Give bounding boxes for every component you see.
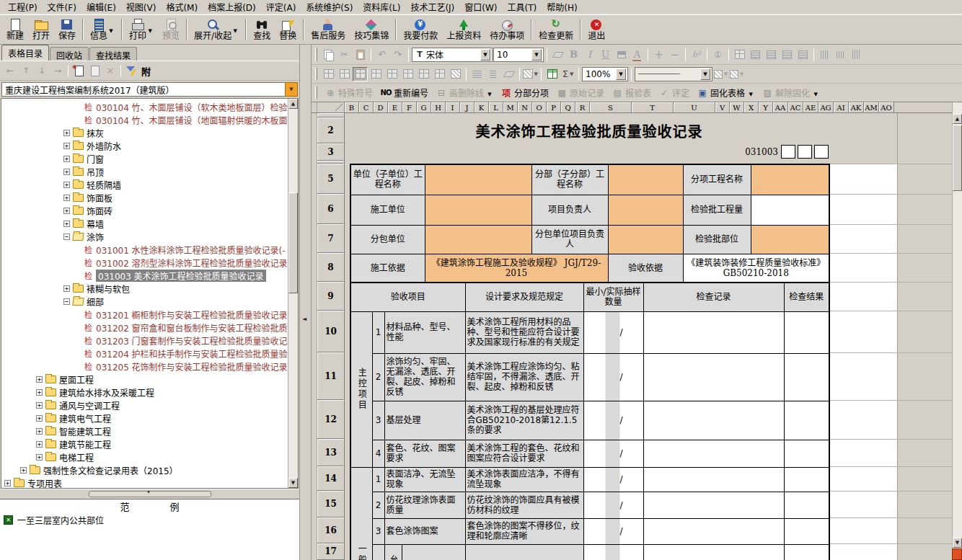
border-color-dropdown-icon[interactable] <box>713 67 728 81</box>
expand-icon[interactable]: + <box>36 454 43 461</box>
column-header[interactable]: V <box>715 102 730 112</box>
nav-right-icon[interactable] <box>52 65 63 76</box>
row-header[interactable]: 11 <box>317 352 345 400</box>
tree-item-folder[interactable]: +通风与空调工程 <box>1 399 298 412</box>
expand-icon[interactable]: + <box>63 143 70 149</box>
form-value-cell[interactable] <box>751 225 829 254</box>
sample-quantity-cell[interactable]: / <box>583 518 643 544</box>
menu-item[interactable]: 编辑(E) <box>81 0 121 14</box>
delete-form-icon[interactable] <box>105 65 116 76</box>
open-button[interactable]: 打开 <box>28 16 54 43</box>
expand-icon[interactable]: + <box>4 480 11 486</box>
tree-item-folder[interactable]: +强制性条文检查记录用表（2015） <box>1 463 298 476</box>
scroll-down-icon[interactable]: ▼ <box>953 538 962 548</box>
bold-icon[interactable] <box>566 48 581 62</box>
column-header[interactable]: K <box>475 102 489 112</box>
column-header[interactable]: C <box>359 102 374 112</box>
sample-quantity-cell[interactable]: / <box>583 467 643 492</box>
form-value-cell[interactable] <box>751 164 829 195</box>
expand-icon[interactable]: + <box>36 428 43 435</box>
font-size-dropdown-icon[interactable] <box>531 49 542 61</box>
find-button[interactable]: 查找 <box>249 16 275 43</box>
dropdown-arrow-icon[interactable] <box>812 88 819 98</box>
print-button[interactable]: 打印 <box>125 16 158 43</box>
expand-icon[interactable]: + <box>36 389 43 396</box>
column-header[interactable]: I <box>446 102 460 112</box>
form-value-cell[interactable] <box>425 195 531 225</box>
row-header[interactable]: 14 <box>317 466 345 491</box>
column-header[interactable]: G <box>417 102 431 112</box>
menu-item[interactable]: 帮助(H) <box>542 0 582 14</box>
underline-icon[interactable] <box>598 48 613 62</box>
form-value-cell[interactable] <box>425 225 531 254</box>
check-result-cell[interactable] <box>784 518 829 544</box>
expand-icon[interactable]: + <box>63 221 70 227</box>
align-right-icon[interactable] <box>780 48 795 62</box>
catalog-combo-value[interactable]: 重庆建设工程档案编制系统2017（建筑版） <box>1 82 285 97</box>
重新编号-button[interactable]: 重新编号 <box>377 85 431 100</box>
table-properties-icon[interactable] <box>732 48 747 62</box>
column-header[interactable]: AM <box>864 102 879 112</box>
split-row-icon[interactable] <box>384 67 400 81</box>
expand-icon[interactable]: + <box>63 195 70 201</box>
copy-icon[interactable] <box>321 48 336 62</box>
tree-item-folder[interactable]: +饰面砖 <box>1 204 298 217</box>
column-medium-icon[interactable] <box>833 48 848 62</box>
column-header[interactable]: AE <box>803 102 818 112</box>
merge-cells-icon[interactable] <box>353 67 368 81</box>
pay-button[interactable]: 我要付款 <box>399 16 442 43</box>
sample-quantity-cell[interactable]: / <box>583 544 643 560</box>
font-dropdown-icon[interactable] <box>480 49 490 61</box>
tree-item-folder[interactable]: +屋面工程 <box>1 373 298 386</box>
解除固化-button[interactable]: 解除固化 <box>759 85 822 100</box>
align-left-icon[interactable] <box>748 48 763 62</box>
report-data-button[interactable]: 上报资料 <box>442 16 485 43</box>
tree-item-form[interactable]: 检030104 竹、木面层铺设（地面辐射供暖的木板面 <box>1 113 298 126</box>
column-header[interactable]: AG <box>818 102 834 112</box>
check-result-cell[interactable] <box>784 401 829 440</box>
sample-quantity-cell[interactable]: / <box>583 401 643 440</box>
sum-dropdown-icon[interactable] <box>560 67 575 81</box>
row-header[interactable]: 16 <box>317 517 345 543</box>
line-spacing-add-icon[interactable] <box>469 67 485 81</box>
tree-item-form[interactable]: 检031205 花饰制作与安装工程检验批质量验收记录 <box>1 360 298 373</box>
cut-icon[interactable] <box>337 48 352 62</box>
new-button[interactable]: 新建 <box>2 16 28 43</box>
tree-item-folder[interactable]: +饰面板 <box>1 191 298 204</box>
tree-item-folder[interactable]: +建筑电气工程 <box>1 412 298 425</box>
column-header[interactable]: AK <box>849 102 864 112</box>
row-header[interactable]: 7 <box>317 224 345 253</box>
row-header[interactable]: 12 <box>317 400 345 439</box>
menu-item[interactable]: 工具(T) <box>503 0 542 14</box>
tab-recycle[interactable]: 回收站 <box>50 47 89 61</box>
column-header[interactable]: AI <box>834 102 849 112</box>
rotate-table-icon[interactable] <box>416 67 431 81</box>
dropdown-arrow-icon[interactable] <box>486 88 493 98</box>
format-eraser-icon[interactable] <box>550 48 565 62</box>
header-checkbox[interactable] <box>781 145 795 159</box>
superscript-icon[interactable] <box>689 48 704 62</box>
font-family-select[interactable]: 宋体 <box>412 48 493 62</box>
画删除线-button[interactable]: 画删除线 <box>433 85 496 100</box>
form-value-cell[interactable] <box>608 164 683 195</box>
delete-row-icon[interactable] <box>337 67 352 81</box>
row-header[interactable]: 10 <box>317 311 345 352</box>
tree-item-form[interactable]: 检031003 美术涂饰工程检验批质量验收记录 <box>1 269 298 282</box>
scroll-up-icon[interactable]: ▲ <box>953 114 962 124</box>
dropdown-arrow-icon[interactable] <box>107 25 115 35</box>
row-header[interactable]: 17 <box>317 543 345 560</box>
menu-item[interactable]: 评定(A) <box>261 0 301 14</box>
sample-list-item[interactable]: 一至三层室内公共部位 <box>0 512 299 527</box>
nav-down-icon[interactable] <box>36 65 48 76</box>
tree-item-folder[interactable]: +电梯工程 <box>1 450 298 463</box>
catalog-combo[interactable]: 重庆建设工程档案编制系统2017（建筑版） <box>0 81 299 98</box>
line-style-select[interactable] <box>635 67 712 81</box>
tree-item-folder[interactable]: +建筑给水排水及采暖工程 <box>1 386 298 399</box>
check-result-cell[interactable] <box>784 311 829 353</box>
sample-quantity-cell[interactable]: / <box>583 311 643 353</box>
check-result-cell[interactable] <box>784 353 829 401</box>
italic-icon[interactable] <box>582 48 597 62</box>
nav-up-icon[interactable] <box>20 65 32 76</box>
tree-item-form[interactable]: 检031201 橱柜制作与安装工程检验批质量验收记录 <box>1 308 298 321</box>
column-header[interactable]: AO <box>879 102 894 112</box>
